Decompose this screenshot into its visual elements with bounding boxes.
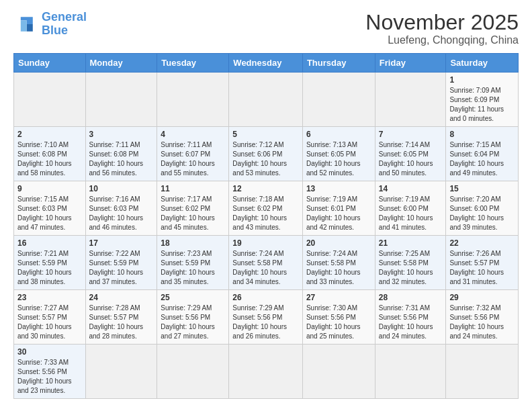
- day-info: Sunrise: 7:11 AM Sunset: 6:07 PM Dayligh…: [161, 140, 225, 178]
- calendar-subtitle: Luefeng, Chongqing, China: [365, 34, 519, 46]
- calendar-cell: 17Sunrise: 7:22 AM Sunset: 5:59 PM Dayli…: [85, 236, 157, 290]
- calendar-cell: [375, 345, 446, 399]
- calendar-cell: 1Sunrise: 7:09 AM Sunset: 6:09 PM Daylig…: [446, 73, 519, 127]
- weekday-wednesday: Wednesday: [229, 54, 303, 73]
- calendar-cell: [85, 73, 157, 127]
- logo-line1: General: [42, 10, 87, 24]
- calendar-cell: 21Sunrise: 7:25 AM Sunset: 5:58 PM Dayli…: [375, 236, 446, 290]
- day-number: 5: [232, 130, 299, 139]
- day-info: Sunrise: 7:11 AM Sunset: 6:08 PM Dayligh…: [89, 140, 154, 178]
- day-number: 29: [449, 293, 515, 302]
- calendar-week-2: 9Sunrise: 7:15 AM Sunset: 6:03 PM Daylig…: [14, 181, 519, 236]
- day-info: Sunrise: 7:22 AM Sunset: 5:59 PM Dayligh…: [89, 249, 154, 287]
- calendar-week-0: 1Sunrise: 7:09 AM Sunset: 6:09 PM Daylig…: [14, 73, 519, 127]
- day-number: 19: [232, 238, 299, 248]
- weekday-friday: Friday: [375, 54, 446, 73]
- calendar-cell: 23Sunrise: 7:27 AM Sunset: 5:57 PM Dayli…: [14, 290, 86, 345]
- day-number: 20: [306, 238, 371, 248]
- calendar-cell: 29Sunrise: 7:32 AM Sunset: 5:56 PM Dayli…: [446, 290, 519, 345]
- day-info: Sunrise: 7:23 AM Sunset: 5:59 PM Dayligh…: [161, 249, 225, 287]
- calendar-cell: 28Sunrise: 7:31 AM Sunset: 5:56 PM Dayli…: [375, 290, 446, 345]
- calendar-cell: 12Sunrise: 7:18 AM Sunset: 6:02 PM Dayli…: [229, 181, 303, 236]
- day-number: 24: [89, 293, 154, 302]
- calendar-cell: 16Sunrise: 7:21 AM Sunset: 5:59 PM Dayli…: [14, 236, 86, 290]
- day-info: Sunrise: 7:10 AM Sunset: 6:08 PM Dayligh…: [17, 140, 82, 178]
- day-info: Sunrise: 7:28 AM Sunset: 5:57 PM Dayligh…: [89, 304, 154, 341]
- calendar-cell: 4Sunrise: 7:11 AM Sunset: 6:07 PM Daylig…: [157, 127, 229, 181]
- day-number: 3: [89, 130, 154, 139]
- weekday-monday: Monday: [85, 54, 157, 73]
- calendar-cell: 8Sunrise: 7:15 AM Sunset: 6:04 PM Daylig…: [446, 127, 519, 181]
- calendar-cell: 20Sunrise: 7:24 AM Sunset: 5:58 PM Dayli…: [302, 236, 375, 290]
- day-info: Sunrise: 7:12 AM Sunset: 6:06 PM Dayligh…: [232, 140, 299, 178]
- calendar-cell: 5Sunrise: 7:12 AM Sunset: 6:06 PM Daylig…: [229, 127, 303, 181]
- calendar-cell: 11Sunrise: 7:17 AM Sunset: 6:02 PM Dayli…: [157, 181, 229, 236]
- calendar-cell: 14Sunrise: 7:19 AM Sunset: 6:00 PM Dayli…: [375, 181, 446, 236]
- day-info: Sunrise: 7:30 AM Sunset: 5:56 PM Dayligh…: [306, 304, 371, 341]
- page: General Blue November 2025 Luefeng, Chon…: [0, 0, 532, 406]
- calendar-cell: 9Sunrise: 7:15 AM Sunset: 6:03 PM Daylig…: [14, 181, 86, 236]
- day-info: Sunrise: 7:25 AM Sunset: 5:58 PM Dayligh…: [379, 249, 443, 287]
- day-info: Sunrise: 7:17 AM Sunset: 6:02 PM Dayligh…: [161, 195, 225, 232]
- calendar-cell: [229, 345, 303, 399]
- day-info: Sunrise: 7:19 AM Sunset: 6:00 PM Dayligh…: [379, 195, 443, 232]
- day-number: 11: [161, 184, 225, 193]
- calendar-header: SundayMondayTuesdayWednesdayThursdayFrid…: [14, 54, 519, 73]
- day-info: Sunrise: 7:14 AM Sunset: 6:05 PM Dayligh…: [379, 140, 443, 178]
- day-number: 18: [161, 238, 225, 248]
- weekday-tuesday: Tuesday: [157, 54, 229, 73]
- day-number: 23: [17, 293, 82, 302]
- header: General Blue November 2025 Luefeng, Chon…: [13, 11, 519, 46]
- day-number: 9: [17, 184, 82, 193]
- calendar-cell: [302, 345, 375, 399]
- day-number: 27: [306, 293, 371, 302]
- calendar-cell: 7Sunrise: 7:14 AM Sunset: 6:05 PM Daylig…: [375, 127, 446, 181]
- logo-icon: [13, 12, 38, 36]
- day-info: Sunrise: 7:24 AM Sunset: 5:58 PM Dayligh…: [232, 249, 299, 287]
- calendar-cell: 30Sunrise: 7:33 AM Sunset: 5:56 PM Dayli…: [14, 345, 86, 399]
- calendar-cell: 22Sunrise: 7:26 AM Sunset: 5:57 PM Dayli…: [446, 236, 519, 290]
- calendar-title: November 2025: [365, 11, 519, 34]
- day-number: 28: [379, 293, 443, 302]
- day-info: Sunrise: 7:16 AM Sunset: 6:03 PM Dayligh…: [89, 195, 154, 232]
- calendar-week-4: 23Sunrise: 7:27 AM Sunset: 5:57 PM Dayli…: [14, 290, 519, 345]
- day-info: Sunrise: 7:24 AM Sunset: 5:58 PM Dayligh…: [306, 249, 371, 287]
- day-number: 17: [89, 238, 154, 248]
- calendar-cell: [157, 345, 229, 399]
- weekday-row: SundayMondayTuesdayWednesdayThursdayFrid…: [14, 54, 519, 73]
- day-number: 1: [449, 75, 515, 85]
- calendar-cell: 10Sunrise: 7:16 AM Sunset: 6:03 PM Dayli…: [85, 181, 157, 236]
- day-number: 26: [232, 293, 299, 302]
- calendar-body: 1Sunrise: 7:09 AM Sunset: 6:09 PM Daylig…: [14, 73, 519, 399]
- svg-marker-2: [21, 20, 27, 31]
- day-number: 2: [17, 130, 82, 139]
- day-info: Sunrise: 7:21 AM Sunset: 5:59 PM Dayligh…: [17, 249, 82, 287]
- calendar-table: SundayMondayTuesdayWednesdayThursdayFrid…: [13, 53, 519, 399]
- logo-line2: Blue: [42, 24, 68, 37]
- day-number: 4: [161, 130, 225, 139]
- day-number: 21: [379, 238, 443, 248]
- svg-marker-1: [27, 24, 33, 32]
- day-info: Sunrise: 7:15 AM Sunset: 6:03 PM Dayligh…: [17, 195, 82, 232]
- calendar-cell: 18Sunrise: 7:23 AM Sunset: 5:59 PM Dayli…: [157, 236, 229, 290]
- day-number: 25: [161, 293, 225, 302]
- weekday-sunday: Sunday: [14, 54, 86, 73]
- day-number: 22: [449, 238, 515, 248]
- calendar-cell: 6Sunrise: 7:13 AM Sunset: 6:05 PM Daylig…: [302, 127, 375, 181]
- day-info: Sunrise: 7:33 AM Sunset: 5:56 PM Dayligh…: [17, 358, 82, 396]
- calendar-cell: [157, 73, 229, 127]
- calendar-cell: 19Sunrise: 7:24 AM Sunset: 5:58 PM Dayli…: [229, 236, 303, 290]
- day-info: Sunrise: 7:20 AM Sunset: 6:00 PM Dayligh…: [449, 195, 515, 232]
- calendar-week-1: 2Sunrise: 7:10 AM Sunset: 6:08 PM Daylig…: [14, 127, 519, 181]
- calendar-cell: 2Sunrise: 7:10 AM Sunset: 6:08 PM Daylig…: [14, 127, 86, 181]
- day-number: 15: [449, 184, 515, 193]
- day-info: Sunrise: 7:31 AM Sunset: 5:56 PM Dayligh…: [379, 304, 443, 341]
- weekday-saturday: Saturday: [446, 54, 519, 73]
- calendar-week-3: 16Sunrise: 7:21 AM Sunset: 5:59 PM Dayli…: [14, 236, 519, 290]
- day-info: Sunrise: 7:29 AM Sunset: 5:56 PM Dayligh…: [232, 304, 299, 341]
- calendar-cell: [14, 73, 86, 127]
- day-number: 12: [232, 184, 299, 193]
- calendar-cell: 27Sunrise: 7:30 AM Sunset: 5:56 PM Dayli…: [302, 290, 375, 345]
- day-number: 14: [379, 184, 443, 193]
- day-number: 8: [449, 130, 515, 139]
